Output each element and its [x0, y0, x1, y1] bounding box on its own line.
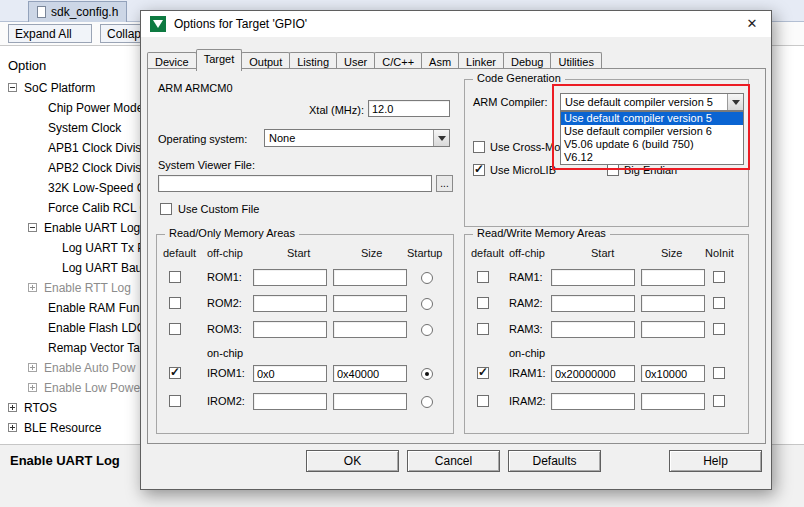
irom2-size-input[interactable] — [333, 393, 407, 410]
tree-item-ble-resource[interactable]: BLE Resource — [0, 418, 142, 438]
tree-item-label: Enable Low Powe — [44, 378, 140, 398]
use-microlib-checkbox[interactable] — [473, 164, 485, 176]
column-header-start: Start — [287, 247, 310, 259]
panel-title: Option — [8, 58, 46, 73]
use-custom-file-label: Use Custom File — [178, 203, 259, 215]
iram1-size-input[interactable] — [641, 365, 705, 382]
iram2-default-checkbox[interactable] — [477, 395, 489, 407]
expander-plus-icon[interactable] — [28, 283, 37, 292]
tree-item-force-calib-rcl[interactable]: Force Calib RCL C — [0, 198, 142, 218]
ram3-default-checkbox[interactable] — [477, 323, 489, 335]
rom1-startup-radio[interactable] — [421, 272, 433, 284]
dropdown-arrow-icon[interactable] — [727, 94, 743, 110]
tree-item-enable-uart-log[interactable]: Enable UART Log — [0, 218, 142, 238]
tree-item-enable-ram-func[interactable]: Enable RAM Func — [0, 298, 142, 318]
iram2-noinit-checkbox[interactable] — [713, 395, 725, 407]
irom1-start-input[interactable] — [253, 365, 327, 382]
compiler-option[interactable]: V6.12 — [561, 151, 743, 164]
use-custom-file-checkbox[interactable] — [160, 203, 172, 215]
tree-item-enable-auto-pow[interactable]: Enable Auto Pow — [0, 358, 142, 378]
cancel-button[interactable]: Cancel — [407, 450, 500, 472]
expander-plus-icon[interactable] — [8, 423, 17, 432]
irom2-start-input[interactable] — [253, 393, 327, 410]
tree-item-remap-vector-tab[interactable]: Remap Vector Tab — [0, 338, 142, 358]
ram3-start-input[interactable] — [551, 321, 635, 338]
iram2-start-input[interactable] — [551, 393, 635, 410]
iram1-default-checkbox[interactable] — [477, 367, 489, 379]
dialog-title-bar[interactable]: Options for Target 'GPIO' ✕ — [141, 11, 771, 37]
irom2-default-checkbox[interactable] — [169, 395, 181, 407]
ram2-size-input[interactable] — [641, 295, 705, 312]
ram-onchip-label: on-chip — [509, 347, 545, 359]
rom1-size-input[interactable] — [333, 269, 407, 286]
ram2-start-input[interactable] — [551, 295, 635, 312]
tree-item-enable-rtt-log[interactable]: Enable RTT Log — [0, 278, 142, 298]
iram2-size-input[interactable] — [641, 393, 705, 410]
dropdown-arrow-icon[interactable] — [433, 130, 449, 146]
dialog-title: Options for Target 'GPIO' — [174, 11, 307, 37]
expander-plus-icon[interactable] — [8, 403, 17, 412]
ram1-row: RAM1: — [465, 269, 748, 289]
tree-item-label: System Clock — [48, 118, 121, 138]
help-button[interactable]: Help — [669, 450, 762, 472]
rom3-start-input[interactable] — [253, 321, 327, 338]
xtal-input[interactable] — [368, 100, 450, 117]
rom2-startup-radio[interactable] — [421, 298, 433, 310]
tree-item-apb1-clock[interactable]: APB1 Clock Divis — [0, 138, 142, 158]
irom1-size-input[interactable] — [333, 365, 407, 382]
tree-item-system-clock[interactable]: System Clock — [0, 118, 142, 138]
ram1-size-input[interactable] — [641, 269, 705, 286]
irom1-default-checkbox[interactable] — [169, 367, 181, 379]
expander-plus-icon[interactable] — [28, 383, 37, 392]
tree-item-log-uart-baud[interactable]: Log UART Bau — [0, 258, 142, 278]
compiler-option[interactable]: V5.06 update 6 (build 750) — [561, 138, 743, 151]
close-button[interactable]: ✕ — [741, 14, 763, 34]
tree-item-label: Chip Power Mode — [48, 98, 142, 118]
expand-all-button[interactable]: Expand All — [8, 24, 92, 43]
ram3-label: RAM3: — [509, 323, 543, 335]
ram1-start-input[interactable] — [551, 269, 635, 286]
tab-target[interactable]: Target — [196, 49, 243, 71]
ram1-default-checkbox[interactable] — [477, 271, 489, 283]
tree-item-enable-flash-ldo[interactable]: Enable Flash LDO — [0, 318, 142, 338]
iram1-noinit-checkbox[interactable] — [713, 367, 725, 379]
compiler-option[interactable]: Use default compiler version 6 — [561, 125, 743, 138]
tree-item-chip-power-mode[interactable]: Chip Power Mode — [0, 98, 142, 118]
rom1-default-checkbox[interactable] — [169, 271, 181, 283]
expander-plus-icon[interactable] — [28, 363, 37, 372]
column-header-startup: Startup — [407, 247, 442, 259]
system-viewer-file-input[interactable] — [158, 175, 432, 192]
defaults-button[interactable]: Defaults — [508, 450, 601, 472]
tree-item-enable-low-power[interactable]: Enable Low Powe — [0, 378, 142, 398]
rom2-start-input[interactable] — [253, 295, 327, 312]
file-tab[interactable]: sdk_config.h — [28, 1, 127, 22]
tree-item-soc-platform[interactable]: SoC Platform — [0, 78, 142, 98]
ram2-default-checkbox[interactable] — [477, 297, 489, 309]
rom1-start-input[interactable] — [253, 269, 327, 286]
ram1-noinit-checkbox[interactable] — [713, 271, 725, 283]
browse-button[interactable]: ... — [436, 175, 453, 192]
expander-minus-icon[interactable] — [8, 83, 17, 92]
rom2-default-checkbox[interactable] — [169, 297, 181, 309]
tree-item-log-uart-tx[interactable]: Log UART Tx P — [0, 238, 142, 258]
ram3-size-input[interactable] — [641, 321, 705, 338]
expander-minus-icon[interactable] — [28, 223, 37, 232]
compiler-option[interactable]: Use default compiler version 5 — [561, 112, 743, 125]
ram2-noinit-checkbox[interactable] — [713, 297, 725, 309]
operating-system-select[interactable]: None — [264, 129, 450, 147]
tree-item-rtos[interactable]: RTOS — [0, 398, 142, 418]
irom1-startup-radio[interactable] — [421, 368, 433, 380]
arm-compiler-select[interactable]: Use default compiler version 5 — [560, 93, 744, 111]
irom2-startup-radio[interactable] — [421, 396, 433, 408]
ram3-noinit-checkbox[interactable] — [713, 323, 725, 335]
rom3-default-checkbox[interactable] — [169, 323, 181, 335]
ok-button[interactable]: OK — [306, 450, 399, 472]
iram1-start-input[interactable] — [551, 365, 635, 382]
tree-item-apb2-clock[interactable]: APB2 Clock Divis — [0, 158, 142, 178]
rom2-size-input[interactable] — [333, 295, 407, 312]
use-cross-module-checkbox[interactable] — [473, 141, 485, 153]
rom3-startup-radio[interactable] — [421, 324, 433, 336]
rom3-size-input[interactable] — [333, 321, 407, 338]
tree-item-32k-low-speed[interactable]: 32K Low-Speed C — [0, 178, 142, 198]
big-endian-checkbox[interactable] — [607, 164, 619, 176]
